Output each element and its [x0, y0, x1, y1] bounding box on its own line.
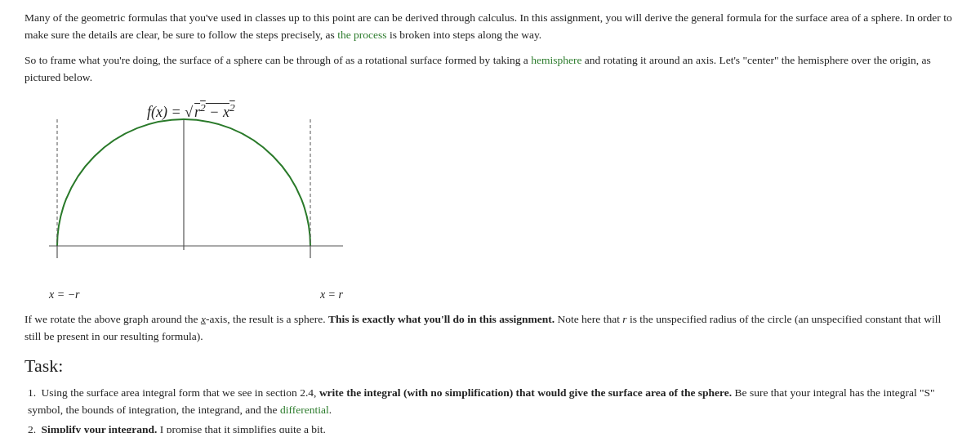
graph-container: f(x) = √r2 − x2 [41, 95, 351, 283]
rotate-text-start: If we rotate the above graph around the [24, 313, 201, 325]
task-1-period: . [329, 404, 332, 416]
intro-paragraph-2: So to frame what you're doing, the surfa… [24, 52, 956, 87]
task-2-bold: Simplify your integrand. [42, 423, 158, 433]
rotate-text-mid: -axis, the result is a sphere. [206, 313, 328, 325]
task-num-2: 2. [28, 423, 36, 433]
highlight-hemisphere: hemisphere [531, 54, 581, 66]
rotate-text-end-start: Note here that [555, 313, 622, 325]
task-item-2: 2. Simplify your integrand. I promise th… [24, 422, 956, 433]
task-item-1: 1. Using the surface area integral form … [24, 385, 956, 419]
x-left-label: x = −r [49, 286, 80, 304]
intro-text-after: is broken into steps along the way. [387, 29, 542, 41]
task-num-1: 1. [28, 386, 36, 399]
task-1-bold: write the integral (with no simplificati… [319, 386, 732, 399]
task-2-end: I promise that it simplifies quite a bit… [157, 423, 326, 433]
task-heading: Task: [24, 352, 956, 380]
x-axis-labels: x = −r x = r [41, 286, 351, 304]
task-list: 1. Using the surface area integral form … [24, 385, 956, 433]
rotate-text-bold: This is exactly what you'll do in this a… [328, 313, 555, 325]
intro-p2-start: So to frame what you're doing, the surfa… [24, 54, 531, 66]
highlight-process: the process [337, 29, 386, 41]
intro-paragraph-1: Many of the geometric formulas that you'… [24, 10, 956, 44]
hemisphere-graph [41, 95, 351, 275]
x-right-label: x = r [320, 286, 343, 304]
rotate-text: If we rotate the above graph around the … [24, 311, 956, 346]
task-1-green: differential [280, 404, 329, 416]
task-1-start: Using the surface area integral form tha… [42, 386, 319, 399]
graph-section: f(x) = √r2 − x2 x = −r x = r [41, 95, 956, 304]
